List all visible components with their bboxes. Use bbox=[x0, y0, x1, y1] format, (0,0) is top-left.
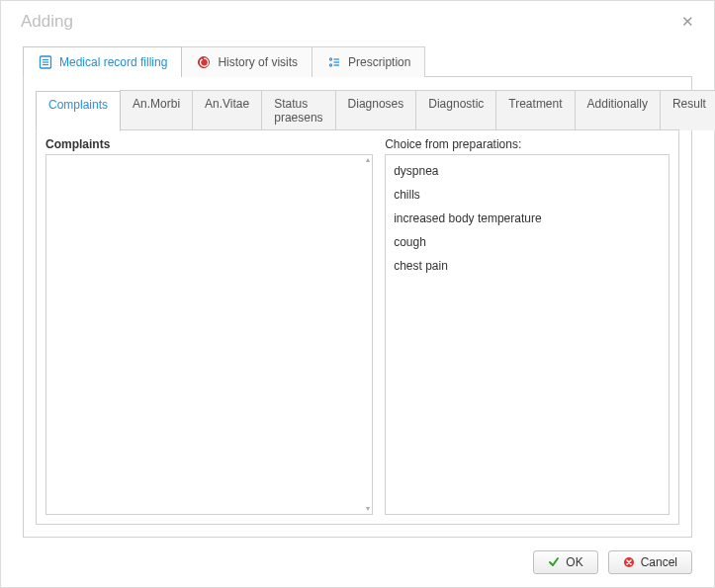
preparations-column: Choice from preparations: dyspnea chills… bbox=[385, 137, 670, 515]
subtab-diagnostic[interactable]: Diagnostic bbox=[415, 90, 496, 130]
list-item-label: chills bbox=[394, 188, 420, 202]
svg-point-6 bbox=[329, 58, 331, 60]
list-item-label: chest pain bbox=[394, 259, 448, 273]
subtab-label: Additionally bbox=[587, 97, 648, 111]
subtab-label: An.Morbi bbox=[133, 97, 180, 111]
complaints-textarea-wrap: ▴ ▾ bbox=[45, 154, 373, 515]
sub-tabstrip: Complaints An.Morbi An.Vitae Status prae… bbox=[36, 90, 679, 130]
top-tabstrip: Medical record filling History of visits bbox=[23, 46, 692, 77]
subtab-status-praesens[interactable]: Status praesens bbox=[261, 90, 335, 130]
dialog-footer: OK Cancel bbox=[1, 538, 714, 587]
complaints-column: Complaints ▴ ▾ bbox=[45, 137, 373, 515]
top-tab-panel: Complaints An.Morbi An.Vitae Status prae… bbox=[23, 76, 692, 538]
list-item[interactable]: cough bbox=[386, 230, 669, 254]
tab-medical-record-filling[interactable]: Medical record filling bbox=[23, 46, 182, 77]
tab-label: Prescription bbox=[348, 55, 410, 69]
button-label: Cancel bbox=[641, 555, 677, 569]
prescription-icon bbox=[326, 54, 342, 70]
subtab-label: An.Vitae bbox=[205, 97, 249, 111]
tab-label: Medical record filling bbox=[59, 55, 167, 69]
subtab-an-morbi[interactable]: An.Morbi bbox=[120, 90, 193, 130]
subtab-treatment[interactable]: Treatment bbox=[495, 90, 575, 130]
tab-prescription[interactable]: Prescription bbox=[312, 46, 425, 77]
resize-grip-top-icon[interactable]: ▴ bbox=[366, 156, 370, 164]
tab-label: History of visits bbox=[218, 55, 298, 69]
history-icon bbox=[196, 54, 212, 70]
subtab-label: Complaints bbox=[48, 98, 108, 112]
titlebar: Adding ✕ bbox=[1, 1, 714, 42]
list-item-label: dyspnea bbox=[394, 164, 438, 178]
subtab-an-vitae[interactable]: An.Vitae bbox=[192, 90, 262, 130]
subtab-complaints[interactable]: Complaints bbox=[36, 91, 121, 131]
svg-point-7 bbox=[329, 64, 331, 66]
ok-button[interactable]: OK bbox=[533, 550, 597, 574]
subtab-result[interactable]: Result bbox=[660, 90, 715, 130]
subtab-additionally[interactable]: Additionally bbox=[575, 90, 661, 130]
tab-history-of-visits[interactable]: History of visits bbox=[181, 46, 313, 77]
subtab-label: Diagnostic bbox=[428, 97, 484, 111]
sub-tab-panel: Complaints ▴ ▾ Choice from preparations:… bbox=[36, 129, 679, 525]
complaints-label: Complaints bbox=[45, 137, 373, 151]
list-item[interactable]: increased body temperature bbox=[386, 207, 669, 230]
list-item[interactable]: dyspnea bbox=[386, 159, 669, 183]
check-icon bbox=[548, 556, 560, 568]
list-item-label: increased body temperature bbox=[394, 211, 541, 225]
subtab-diagnoses[interactable]: Diagnoses bbox=[335, 90, 417, 130]
subtab-label: Treatment bbox=[508, 97, 562, 111]
preparations-listbox[interactable]: dyspnea chills increased body temperatur… bbox=[385, 154, 670, 515]
resize-grip-bottom-icon[interactable]: ▾ bbox=[366, 505, 370, 513]
close-icon[interactable]: ✕ bbox=[675, 9, 700, 35]
cancel-icon bbox=[623, 556, 635, 568]
complaints-textarea[interactable] bbox=[46, 155, 372, 514]
preparations-label: Choice from preparations: bbox=[385, 137, 670, 151]
content-area: Medical record filling History of visits bbox=[1, 42, 714, 538]
dialog-title: Adding bbox=[21, 12, 73, 32]
list-item[interactable]: chest pain bbox=[386, 254, 669, 278]
subtab-label: Result bbox=[672, 97, 706, 111]
record-icon bbox=[38, 54, 53, 70]
subtab-label: Diagnoses bbox=[348, 97, 404, 111]
list-item[interactable]: chills bbox=[386, 183, 669, 207]
cancel-button[interactable]: Cancel bbox=[608, 550, 692, 574]
subtab-label: Status praesens bbox=[274, 97, 322, 125]
list-item-label: cough bbox=[394, 235, 426, 249]
button-label: OK bbox=[566, 555, 582, 569]
adding-dialog: Adding ✕ Medical record filling bbox=[0, 0, 715, 588]
